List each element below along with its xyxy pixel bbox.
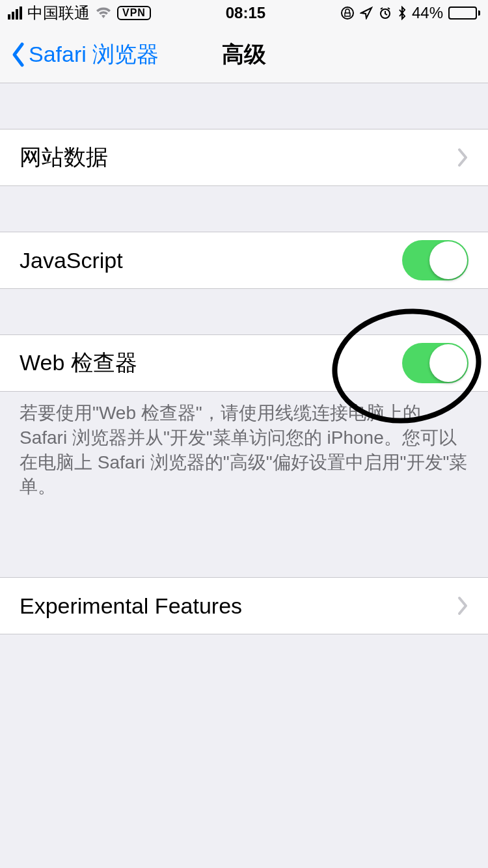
signal-icon [8, 7, 22, 20]
status-time: 08:15 [226, 4, 265, 22]
row-label: Web 检查器 [20, 348, 137, 378]
wifi-icon [95, 7, 112, 20]
carrier-label: 中国联通 [27, 3, 90, 23]
spacer [0, 83, 488, 129]
vpn-badge: VPN [117, 6, 151, 20]
bluetooth-icon [398, 6, 407, 20]
location-icon [360, 7, 373, 20]
battery-icon [448, 7, 480, 20]
spacer [0, 186, 488, 232]
toggle-javascript[interactable] [402, 240, 468, 280]
status-left: 中国联通 VPN [8, 3, 151, 23]
chevron-right-icon [457, 596, 468, 616]
battery-percent: 44% [412, 4, 443, 22]
row-experimental-features[interactable]: Experimental Features [0, 577, 488, 634]
back-button[interactable]: Safari 浏览器 [10, 40, 159, 70]
toggle-web-inspector[interactable] [402, 343, 468, 383]
row-label: 网站数据 [20, 142, 108, 172]
spacer [0, 289, 488, 334]
row-web-inspector: Web 检查器 [0, 334, 488, 392]
back-label: Safari 浏览器 [29, 40, 159, 70]
row-website-data[interactable]: 网站数据 [0, 129, 488, 186]
web-inspector-help: 若要使用"Web 检查器"，请使用线缆连接电脑上的 Safari 浏览器并从"开… [0, 392, 488, 499]
nav-bar: Safari 浏览器 高级 [0, 26, 488, 83]
row-javascript: JavaScript [0, 232, 488, 289]
chevron-left-icon [10, 42, 26, 68]
row-label: JavaScript [20, 248, 123, 273]
row-label: Experimental Features [20, 593, 242, 619]
status-right: 44% [340, 4, 480, 22]
alarm-icon [378, 6, 392, 20]
orientation-lock-icon [340, 6, 355, 20]
status-bar: 中国联通 VPN 08:15 44% [0, 0, 488, 26]
chevron-right-icon [457, 148, 468, 167]
spacer [0, 499, 488, 577]
